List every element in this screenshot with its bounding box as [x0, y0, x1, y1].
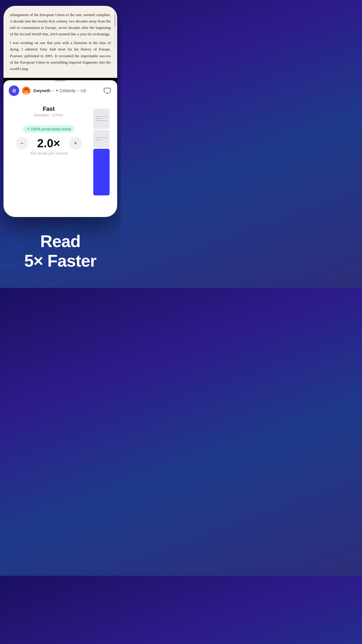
pause-icon: [13, 89, 15, 92]
wps-label: 400 words per second: [10, 151, 87, 155]
slider-visual[interactable]: [93, 106, 110, 197]
speed-sheet: Gwyneth • ✦ Celebrity • US: [3, 80, 117, 217]
slider-line-short: [96, 118, 103, 119]
speed-duration: Duration: ~17min: [10, 113, 87, 117]
slider-line-3: [96, 137, 107, 138]
book-text-area: enlargement of the European Union to the…: [3, 6, 117, 78]
voice-name: Gwyneth: [33, 88, 50, 93]
speed-left: Fast Duration: ~17min ↗ 100% productivit…: [10, 106, 87, 197]
voice-category: ✦ Celebrity: [55, 88, 75, 93]
productivity-badge: ↗ 100% productivity boost: [23, 125, 75, 133]
speed-label: Fast: [10, 106, 87, 112]
pause-button[interactable]: [9, 85, 19, 96]
marketing-headline: Read 5× Faster: [9, 232, 112, 270]
marketing-line-1: Read: [9, 232, 112, 251]
decrease-speed-button[interactable]: −: [15, 137, 28, 150]
bottom-spacer: [3, 200, 117, 208]
sparkle-icon: ✦: [55, 88, 59, 93]
badge-text: ↗ 100% productivity boost: [27, 127, 71, 131]
slider-line-2: [96, 120, 107, 121]
dot-2: •: [77, 88, 79, 93]
airplay-button[interactable]: [103, 86, 112, 95]
scrollbar[interactable]: [115, 12, 115, 50]
dot-1: •: [52, 88, 54, 93]
slider-segment-active: [93, 149, 110, 195]
speed-controls: − 2.0× +: [10, 137, 87, 150]
marketing-section: Read 5× Faster: [0, 217, 121, 288]
slider-line-short-2: [96, 139, 103, 140]
increase-speed-button[interactable]: +: [69, 137, 82, 150]
voice-info: Gwyneth • ✦ Celebrity • US: [33, 88, 100, 93]
speed-value: 2.0×: [34, 137, 63, 150]
speed-section: Fast Duration: ~17min ↗ 100% productivit…: [3, 100, 117, 200]
slider-line: [96, 116, 107, 117]
phone-mockup: enlargement of the European Union to the…: [3, 6, 117, 217]
slider-segment-top: [93, 108, 110, 129]
marketing-line-2: 5× Faster: [9, 251, 112, 271]
book-paragraph-2-start: I was working on one that year with a hi…: [10, 41, 111, 71]
slider-segment-middle: [93, 130, 110, 148]
book-paragraph-1: enlargement of the European Union to the…: [10, 13, 111, 36]
svg-marker-9: [106, 92, 109, 94]
voice-country: US: [80, 88, 86, 93]
avatar: [22, 87, 30, 95]
voice-bar: Gwyneth • ✦ Celebrity • US: [3, 81, 117, 100]
